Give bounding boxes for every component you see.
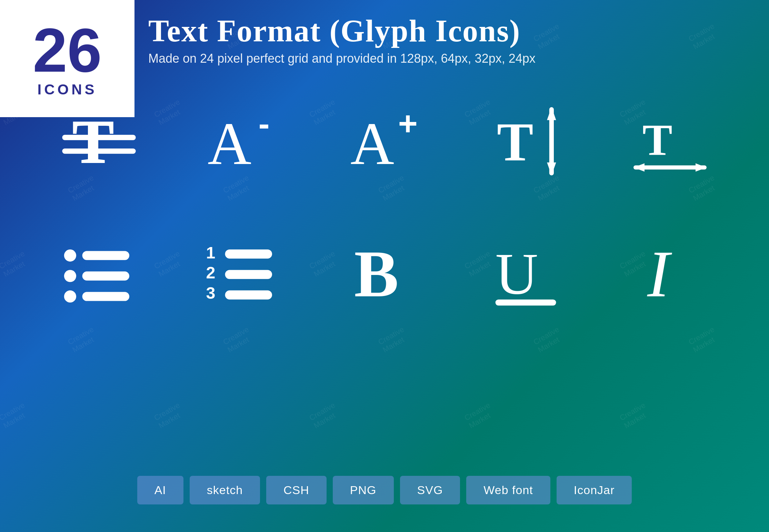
- icon-decrease-font: A -: [181, 86, 302, 196]
- svg-text:T: T: [642, 115, 672, 165]
- bold-icon: B: [347, 234, 422, 310]
- svg-point-19: [64, 290, 76, 303]
- btn-csh[interactable]: CSH: [266, 476, 327, 504]
- svg-text:+: +: [398, 105, 418, 142]
- header-title: Text Format (Glyph Icons): [148, 14, 536, 48]
- text-height-icon: T: [489, 103, 565, 179]
- icon-text-width: T: [610, 86, 730, 196]
- svg-rect-24: [225, 270, 272, 279]
- italic-icon: I: [632, 234, 708, 310]
- svg-rect-29: [496, 299, 556, 306]
- svg-text:T: T: [497, 112, 533, 172]
- btn-ai[interactable]: AI: [137, 476, 183, 504]
- clear-format-icon: T: [61, 103, 137, 179]
- svg-rect-26: [225, 290, 272, 299]
- numbered-list-icon: 1 2 3: [204, 234, 280, 310]
- background: CreativeMarket CreativeMarket CreativeMa…: [0, 0, 769, 532]
- btn-svg[interactable]: SVG: [400, 476, 460, 504]
- svg-text:B: B: [354, 237, 399, 310]
- bullet-list-icon: [61, 234, 137, 310]
- underline-icon: U: [489, 234, 565, 310]
- icon-numbered-list: 1 2 3: [181, 217, 302, 327]
- svg-text:1: 1: [206, 243, 216, 262]
- decrease-font-icon: A -: [204, 103, 280, 179]
- svg-text:3: 3: [206, 284, 216, 302]
- svg-text:A: A: [208, 110, 251, 177]
- svg-rect-22: [225, 249, 272, 258]
- badge-number: 26: [33, 19, 102, 81]
- icons-grid: T A - A +: [0, 86, 769, 348]
- svg-point-15: [64, 249, 76, 262]
- svg-rect-18: [82, 272, 129, 280]
- icons-row-1: T A - A +: [28, 86, 741, 196]
- header: Text Format (Glyph Icons) Made on 24 pix…: [148, 14, 536, 66]
- svg-marker-14: [696, 163, 707, 172]
- svg-text:A: A: [350, 110, 394, 177]
- icon-increase-font: A +: [324, 86, 445, 196]
- svg-marker-9: [547, 107, 556, 120]
- svg-marker-13: [633, 163, 645, 172]
- btn-webfont[interactable]: Web font: [466, 476, 550, 504]
- icon-bold: B: [324, 217, 445, 327]
- footer-buttons: AI sketch CSH PNG SVG Web font IconJar: [0, 476, 769, 504]
- svg-text:T: T: [72, 107, 114, 176]
- text-width-icon: T: [632, 103, 708, 179]
- icon-underline: U: [467, 217, 588, 327]
- svg-text:-: -: [258, 105, 269, 142]
- icon-clear-format: T: [39, 86, 159, 196]
- icon-text-height: T: [467, 86, 588, 196]
- header-subtitle: Made on 24 pixel perfect grid and provid…: [148, 51, 536, 66]
- svg-rect-20: [82, 292, 129, 301]
- svg-rect-16: [82, 251, 129, 260]
- btn-iconjar[interactable]: IconJar: [557, 476, 632, 504]
- svg-text:U: U: [496, 241, 538, 306]
- svg-point-17: [64, 270, 76, 282]
- btn-sketch[interactable]: sketch: [190, 476, 260, 504]
- icon-bullet-list: [39, 217, 159, 327]
- svg-text:I: I: [647, 237, 672, 310]
- svg-text:2: 2: [206, 263, 216, 282]
- increase-font-icon: A +: [347, 103, 422, 179]
- btn-png[interactable]: PNG: [333, 476, 394, 504]
- icon-italic: I: [610, 217, 730, 327]
- svg-marker-10: [547, 163, 556, 175]
- icons-row-2: 1 2 3 B U: [28, 217, 741, 327]
